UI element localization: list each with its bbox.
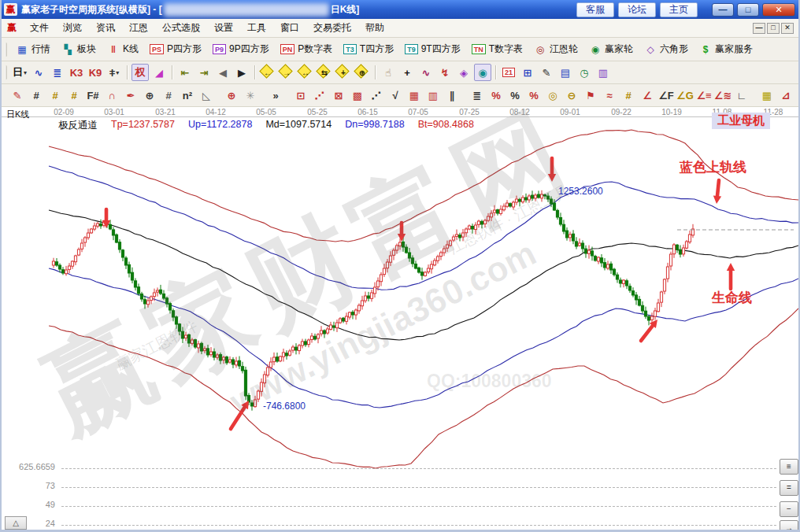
autosave-icon[interactable]: ◷ <box>576 64 593 81</box>
golden-hash-icon[interactable]: # <box>620 87 637 104</box>
pane-layout-three-button[interactable]: ≡ <box>780 459 798 475</box>
right-angle-icon[interactable]: ∟ <box>733 87 750 104</box>
gann-target-icon[interactable]: ⊕ <box>223 87 240 104</box>
brain-tool-icon[interactable]: ◉ <box>474 64 491 81</box>
winner-service-button[interactable]: $赢家服务 <box>694 41 758 57</box>
fib-angle-icon[interactable]: ∠F <box>657 87 675 104</box>
parallel-lines-icon[interactable]: ∥ <box>443 87 461 104</box>
diamond-swap-h-icon[interactable]: ⇆ <box>316 64 333 81</box>
flag-mark-icon[interactable]: ⚑ <box>582 87 599 104</box>
mdi-minimize-button[interactable]: — <box>753 23 765 34</box>
titlebar[interactable]: 赢 赢家老子时空周期系统[纵横版] - [ 日K线] 客服论坛主页 —□✕ <box>2 0 798 19</box>
zigzag-icon[interactable]: √ <box>387 87 404 104</box>
next-bar-icon[interactable]: ▶ <box>233 64 250 81</box>
menu-item-帮助[interactable]: 帮助 <box>358 19 391 37</box>
hexagon-button[interactable]: ◇六角形 <box>639 41 694 57</box>
menu-item-文件[interactable]: 文件 <box>23 19 56 37</box>
box-hatch-icon[interactable]: ▩ <box>349 87 366 104</box>
fan-lines-icon[interactable]: ⋰ <box>311 87 328 104</box>
menu-item-浏览[interactable]: 浏览 <box>56 19 89 37</box>
pane-layout-one-button[interactable]: − <box>780 501 798 517</box>
angle-ruler-icon[interactable]: ◺ <box>198 87 215 104</box>
diamond-pan-right-icon[interactable]: → <box>278 64 295 81</box>
t9-square-button[interactable]: T99T四方形 <box>399 41 466 57</box>
first-page-icon[interactable]: ⇤ <box>176 64 194 81</box>
prev-bar-icon[interactable]: ◀ <box>214 64 231 81</box>
pct-icon[interactable]: % <box>506 87 524 104</box>
measure-icon[interactable]: ∿ <box>417 64 435 81</box>
hand-drag-icon[interactable]: ☝ <box>380 64 397 81</box>
mdi-close-button[interactable]: ✕ <box>781 23 794 34</box>
gann-grid-icon[interactable]: # <box>28 87 45 104</box>
calendar-icon[interactable]: 21 <box>500 64 517 81</box>
grid-tool2-icon[interactable]: ▥ <box>424 87 442 104</box>
titlebar-button-论坛[interactable]: 论坛 <box>618 2 656 17</box>
titlebar-button-客服[interactable]: 客服 <box>576 2 614 17</box>
wave-hash-icon[interactable]: ≈ <box>601 87 618 104</box>
diamond-zoom-h-icon[interactable]: ↔ <box>297 64 314 81</box>
p-square-button[interactable]: PSP四方形 <box>144 41 207 57</box>
grid-yellow-icon[interactable]: ▦ <box>758 87 776 104</box>
period-daily-dropdown[interactable]: 日▾ <box>11 64 28 81</box>
rect-tool-icon[interactable]: ⊡ <box>292 87 309 104</box>
quotes-button[interactable]: ▦行情 <box>10 41 56 57</box>
arc-tool-icon[interactable]: ∩ <box>103 87 120 104</box>
line-grid-icon[interactable]: # <box>160 87 177 104</box>
t-number-button[interactable]: TNT数字表 <box>466 41 528 57</box>
golden-circle-icon[interactable]: ◎ <box>544 87 561 104</box>
trend-chart-icon[interactable]: ⊿ <box>777 87 794 104</box>
titlebar-button-主页[interactable]: 主页 <box>660 2 698 17</box>
pane-layout-two-button[interactable]: = <box>780 480 798 496</box>
crosshair-icon[interactable]: + <box>398 64 416 81</box>
volume-chart-icon[interactable]: ◢ <box>150 64 168 81</box>
menu-item-设置[interactable]: 设置 <box>207 19 240 37</box>
golden-line-icon[interactable]: ⊖ <box>563 87 580 104</box>
chart-area[interactable]: 日K线 02-0903-0103-2104-1205-0505-2506-150… <box>2 107 800 532</box>
diamond-pan-left-icon[interactable]: ← <box>259 64 276 81</box>
fan-lines-black-icon[interactable]: ⋰ <box>368 87 385 104</box>
trend-angle-icon[interactable]: ∠ <box>639 87 656 104</box>
fib-grid-icon[interactable]: F# <box>84 87 102 104</box>
calculator-icon[interactable]: ⊞ <box>519 64 536 81</box>
pct-line-icon[interactable]: % <box>525 87 543 104</box>
menu-item-江恩[interactable]: 江恩 <box>122 19 155 37</box>
diamond-zoom-reset-icon[interactable]: ⊕ <box>354 64 371 81</box>
last-page-icon[interactable]: ⇥ <box>195 64 213 81</box>
brush-tool-icon[interactable]: ✒ <box>122 87 139 104</box>
golden-grid2-icon[interactable]: # <box>65 87 83 104</box>
t-square-button[interactable]: T3T四方形 <box>338 41 399 57</box>
diamond-zoom-all-icon[interactable]: + <box>335 64 352 81</box>
menu-item-工具[interactable]: 工具 <box>240 19 273 37</box>
menu-item-资讯[interactable]: 资讯 <box>89 19 122 37</box>
square-of-nine-icon[interactable]: n² <box>179 87 196 104</box>
kline-9day-icon[interactable]: K9 <box>87 64 104 81</box>
box-diagonal-icon[interactable]: ⊠ <box>330 87 347 104</box>
speed-line2-icon[interactable]: ∠≋ <box>714 87 731 104</box>
quote-list-icon[interactable]: ≣ <box>49 64 66 81</box>
golden-angle-icon[interactable]: ∠G <box>676 87 694 104</box>
mdi-restore-button[interactable]: □ <box>767 23 780 34</box>
exright-icon[interactable]: 权 <box>131 64 149 81</box>
p9-square-button[interactable]: P99P四方形 <box>207 41 275 57</box>
golden-grid-icon[interactable]: # <box>46 87 64 104</box>
p-number-button[interactable]: PNP数字表 <box>275 41 339 57</box>
polyline-icon[interactable]: ↯ <box>436 64 454 81</box>
kline-button[interactable]: ‖K线 <box>102 41 144 57</box>
winner-wheel-button[interactable]: ◉赢家轮 <box>583 41 639 57</box>
export-icon[interactable]: ▥ <box>594 64 612 81</box>
close-button[interactable]: ✕ <box>762 3 795 17</box>
intraday-chart-icon[interactable]: ∿ <box>30 64 47 81</box>
pct-retrace-icon[interactable]: % <box>487 87 505 104</box>
toolbar-overflow-chevron[interactable]: » <box>267 87 284 104</box>
restore-button[interactable]: □ <box>737 3 759 17</box>
sub-pane-toggle-button[interactable]: △ <box>5 516 27 530</box>
minimize-button[interactable]: — <box>712 3 734 17</box>
kline-3day-icon[interactable]: K3 <box>68 64 85 81</box>
grid-tool-icon[interactable]: ▦ <box>406 87 423 104</box>
price-count-icon[interactable]: ≣ <box>469 87 486 104</box>
menu-item-交易委托[interactable]: 交易委托 <box>306 19 358 37</box>
single-candle-dropdown[interactable]: ǂ▾ <box>106 64 123 81</box>
speed-line-icon[interactable]: ∠≡ <box>695 87 713 104</box>
save-icon[interactable]: ▤ <box>557 64 574 81</box>
pane-expand-button[interactable]: → <box>780 520 798 532</box>
